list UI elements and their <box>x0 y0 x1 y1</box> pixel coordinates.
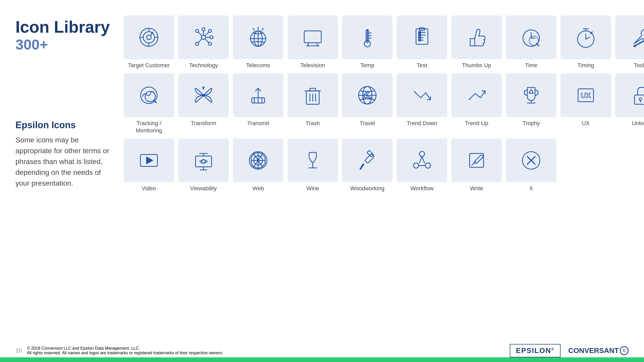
svg-point-57 <box>529 36 538 45</box>
icon-label-unlock: Unlock <box>632 120 644 127</box>
icon-box-woodworking <box>342 139 393 182</box>
icon-box-trend-up <box>451 73 502 117</box>
icon-cell-video: Video <box>124 139 174 192</box>
page-subtitle: 300+ <box>15 36 113 53</box>
icon-box-write <box>451 139 502 182</box>
icon-cell-trend-down: Trend Down <box>397 73 447 134</box>
icon-box-transmit <box>233 73 283 117</box>
icon-cell-time: Time <box>506 15 556 69</box>
trophy-icon <box>520 84 543 107</box>
svg-line-123 <box>419 157 422 163</box>
icon-cell-travel: Travel <box>342 73 393 134</box>
icon-box-target-customer <box>124 15 174 59</box>
timing-icon <box>574 26 597 49</box>
svg-marker-101 <box>147 157 153 164</box>
icon-box-workflow <box>397 139 447 182</box>
icon-cell-tools: Tools <box>615 15 644 69</box>
svg-line-128 <box>472 163 474 165</box>
icon-label-x: X <box>529 185 533 192</box>
trend-up-icon <box>465 84 488 107</box>
workflow-icon <box>410 149 434 172</box>
icon-label-timing: Timing <box>577 62 594 69</box>
icon-label-trend-up: Trend Up <box>465 120 488 127</box>
time-icon <box>520 26 543 49</box>
icon-label-trash: Trash <box>306 120 320 127</box>
target-customer-icon <box>137 26 160 49</box>
ux-icon: UX <box>574 84 597 107</box>
icon-label-thumbs-up: Thumbs Up <box>462 62 491 69</box>
icon-cell-television: Television <box>287 15 338 69</box>
icon-cell-target-customer: Target Customer <box>124 15 174 69</box>
icon-box-ux: UX <box>561 73 611 117</box>
svg-line-30 <box>308 43 309 46</box>
svg-line-94 <box>532 92 533 93</box>
icon-row-1: Target Customer <box>124 15 644 69</box>
icon-label-ux: UX <box>582 120 590 127</box>
footer-bar <box>0 357 644 362</box>
conversant-label: CONVERSANT <box>568 347 619 355</box>
svg-line-27 <box>253 28 254 30</box>
icon-label-woodworking: Woodworking <box>350 185 385 192</box>
icon-label-transmit: Transmit <box>247 120 269 127</box>
footer-content: 10 © 2018 Conversant LLC and Epsilon Dat… <box>0 344 644 357</box>
section-desc: Some icons may be appropriate for other … <box>15 135 113 189</box>
icon-cell-transmit: Transmit <box>233 73 283 134</box>
video-icon <box>137 149 160 172</box>
svg-line-93 <box>529 92 530 93</box>
icon-cell-trend-up: Trend Up <box>451 73 502 134</box>
icon-cell-viewability: Viewability <box>178 139 229 192</box>
icon-cell-technology: Technology <box>178 15 229 69</box>
svg-point-121 <box>413 163 419 168</box>
icon-box-transform <box>178 73 229 117</box>
travel-icon <box>356 84 379 107</box>
svg-text:UX: UX <box>581 91 591 99</box>
icon-box-tracking-monitoring <box>124 73 174 117</box>
viewability-icon <box>192 149 215 172</box>
icon-box-trophy <box>506 73 556 117</box>
svg-point-103 <box>202 160 205 163</box>
icon-label-video: Video <box>142 185 156 192</box>
icon-cell-wine: Wine <box>287 139 338 192</box>
icon-box-trash <box>287 73 338 117</box>
icon-box-viewability <box>178 139 229 182</box>
thumbs-up-icon <box>465 26 488 49</box>
icon-box-test <box>397 15 447 59</box>
icon-label-trophy: Trophy <box>522 120 540 127</box>
svg-point-69 <box>202 94 205 96</box>
svg-line-118 <box>360 164 363 169</box>
footer: 10 © 2018 Conversant LLC and Epsilon Dat… <box>0 344 644 362</box>
icon-label-telecoms: Telecoms <box>246 62 270 69</box>
icon-cell-web: Web <box>233 139 283 192</box>
page-title: Icon Library <box>15 18 113 36</box>
icon-cell-test: Test <box>397 15 447 69</box>
svg-rect-82 <box>310 88 316 91</box>
icon-box-temp <box>342 15 393 59</box>
icon-label-web: Web <box>252 185 264 192</box>
x-close-icon <box>520 149 543 172</box>
television-icon <box>301 26 324 49</box>
icon-cell-woodworking: Woodworking <box>342 139 393 192</box>
icon-box-time <box>506 15 556 59</box>
svg-point-120 <box>419 151 425 157</box>
icon-label-test: Test <box>417 62 427 69</box>
footer-text: © 2018 Conversant LLC and Epsilon Data M… <box>27 346 223 355</box>
svg-rect-119 <box>367 150 374 157</box>
icon-row-2: Tracking / Monitoring <box>124 73 644 134</box>
icon-box-travel <box>342 73 393 117</box>
icon-label-temp: Temp <box>360 62 374 69</box>
icon-cell-workflow: Workflow <box>397 139 447 192</box>
svg-line-124 <box>422 157 425 163</box>
icon-box-timing <box>561 15 611 59</box>
unlock-icon <box>629 84 644 107</box>
section-title: Epsilon Icons <box>15 120 113 131</box>
test-icon <box>410 26 434 49</box>
icon-label-trend-down: Trend Down <box>406 120 437 127</box>
wine-icon <box>301 149 324 172</box>
icon-box-television <box>287 15 338 59</box>
svg-line-21 <box>198 39 202 43</box>
svg-point-1 <box>143 32 155 43</box>
temp-icon <box>356 26 379 49</box>
write-icon <box>465 149 488 172</box>
svg-rect-39 <box>416 29 428 44</box>
icon-label-technology: Technology <box>189 62 218 69</box>
